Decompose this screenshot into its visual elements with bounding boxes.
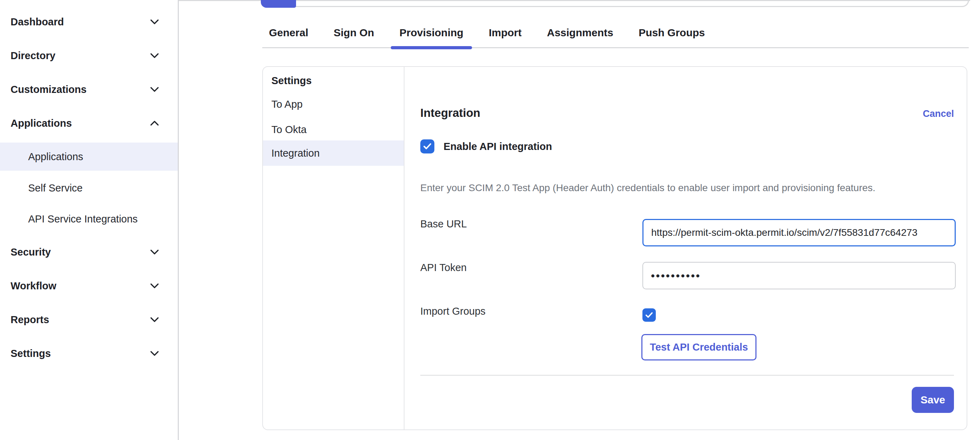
chevron-down-icon bbox=[150, 283, 159, 289]
sidebar-item-applications[interactable]: Applications bbox=[0, 113, 179, 134]
test-api-credentials-button[interactable]: Test API Credentials bbox=[641, 334, 756, 361]
sidebar-item-label: Reports bbox=[11, 314, 49, 326]
settings-nav-header: Settings bbox=[263, 70, 404, 92]
credentials-description: Enter your SCIM 2.0 Test App (Header Aut… bbox=[420, 182, 875, 194]
chevron-down-icon bbox=[150, 53, 159, 59]
cancel-link[interactable]: Cancel bbox=[923, 108, 954, 119]
chevron-down-icon bbox=[150, 317, 159, 322]
tab-assignments[interactable]: Assignments bbox=[547, 27, 613, 39]
checkmark-icon bbox=[645, 312, 653, 319]
sidebar: Dashboard Directory Customizations Appli… bbox=[0, 0, 179, 440]
enable-api-integration-label: Enable API integration bbox=[444, 141, 552, 152]
api-token-input[interactable] bbox=[643, 262, 956, 289]
settings-nav-item-integration[interactable]: Integration bbox=[263, 140, 404, 166]
chevron-down-icon bbox=[150, 87, 159, 92]
api-token-label: API Token bbox=[420, 262, 467, 273]
sidebar-item-label: Security bbox=[11, 246, 51, 258]
tab-label: Import bbox=[488, 27, 521, 38]
settings-nav-item-to-okta[interactable]: To Okta bbox=[263, 117, 404, 142]
sidebar-item-settings[interactable]: Settings bbox=[0, 343, 179, 364]
provisioning-settings-nav: Settings To App To Okta Integration bbox=[263, 67, 404, 429]
tab-label: Provisioning bbox=[399, 27, 464, 38]
sidebar-item-label: Directory bbox=[11, 50, 55, 62]
sidebar-item-label: Customizations bbox=[11, 84, 87, 95]
provisioning-card: Settings To App To Okta Integration Inte… bbox=[262, 66, 967, 430]
base-url-label: Base URL bbox=[420, 218, 467, 230]
integration-panel: Integration Cancel Enable API integratio… bbox=[404, 67, 967, 429]
save-button[interactable]: Save bbox=[912, 387, 954, 413]
sidebar-subitem-label: API Service Integrations bbox=[28, 213, 138, 225]
active-tab-underline bbox=[391, 46, 473, 49]
base-url-input[interactable] bbox=[643, 219, 956, 246]
tab-label: Push Groups bbox=[638, 27, 705, 38]
sidebar-item-label: Applications bbox=[11, 118, 72, 129]
top-card-bottom-edge bbox=[296, 0, 969, 7]
tab-import[interactable]: Import bbox=[488, 27, 521, 39]
chevron-down-icon bbox=[150, 249, 159, 255]
checkmark-icon bbox=[423, 143, 432, 150]
chevron-up-icon bbox=[150, 121, 159, 126]
tab-label: Sign On bbox=[334, 27, 374, 38]
settings-nav-item-to-app[interactable]: To App bbox=[263, 92, 404, 117]
tab-label: General bbox=[269, 27, 309, 38]
tab-sign-on[interactable]: Sign On bbox=[334, 27, 374, 39]
chevron-down-icon bbox=[150, 19, 159, 25]
tab-provisioning[interactable]: Provisioning bbox=[399, 27, 464, 39]
sidebar-item-directory[interactable]: Directory bbox=[0, 45, 179, 66]
tab-label: Assignments bbox=[547, 27, 613, 38]
sidebar-item-label: Workflow bbox=[11, 280, 56, 292]
sidebar-item-dashboard[interactable]: Dashboard bbox=[0, 11, 179, 32]
tab-general[interactable]: General bbox=[269, 27, 309, 39]
sidebar-subitem-self-service[interactable]: Self Service bbox=[0, 178, 178, 199]
sidebar-subitem-api-service-integrations[interactable]: API Service Integrations bbox=[0, 208, 178, 229]
import-groups-label: Import Groups bbox=[420, 305, 485, 317]
sidebar-subitem-applications[interactable]: Applications bbox=[0, 143, 178, 171]
import-groups-checkbox[interactable] bbox=[643, 308, 656, 322]
sidebar-item-customizations[interactable]: Customizations bbox=[0, 79, 179, 100]
sidebar-subitem-label: Self Service bbox=[28, 182, 83, 194]
sidebar-item-reports[interactable]: Reports bbox=[0, 309, 179, 330]
sidebar-item-workflow[interactable]: Workflow bbox=[0, 275, 179, 296]
sidebar-item-label: Settings bbox=[11, 348, 51, 359]
chevron-down-icon bbox=[150, 351, 159, 356]
enable-api-integration-checkbox[interactable] bbox=[420, 140, 434, 154]
sidebar-item-security[interactable]: Security bbox=[0, 241, 179, 262]
footer-divider bbox=[420, 375, 954, 376]
panel-title: Integration bbox=[420, 106, 480, 120]
scrolled-active-tab-indicator bbox=[261, 0, 296, 8]
sidebar-item-label: Dashboard bbox=[11, 16, 64, 28]
tab-push-groups[interactable]: Push Groups bbox=[638, 27, 705, 39]
app-tabbar: General Sign On Provisioning Import Assi… bbox=[262, 8, 969, 48]
sidebar-subitem-label: Applications bbox=[28, 151, 83, 163]
enable-api-integration-row: Enable API integration bbox=[420, 140, 552, 154]
